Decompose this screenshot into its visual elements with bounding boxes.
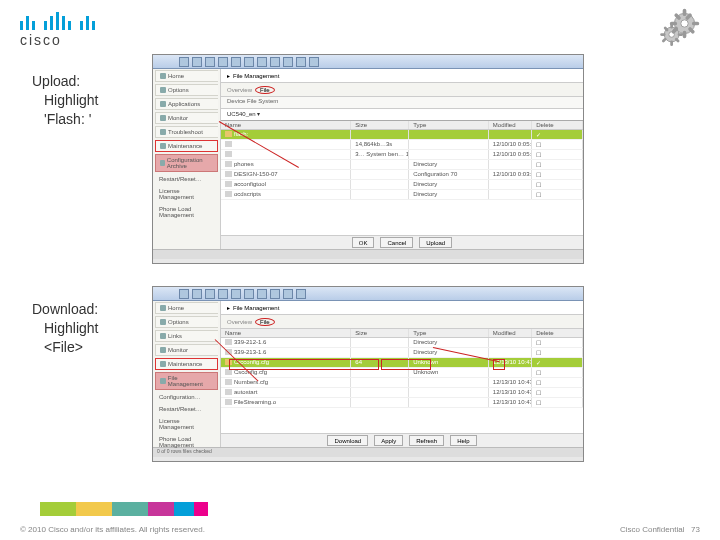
sidebar-item[interactable]: Configuration Archive	[155, 154, 218, 172]
upload-screenshot: HomeOptionsApplicationsMonitorTroublesho…	[152, 54, 584, 264]
sidebar-item[interactable]: Troubleshoot	[155, 126, 218, 138]
download-instruction: Download: Highlight <File>	[32, 300, 98, 357]
confidential: Cisco Confidential	[620, 525, 684, 534]
sidebar-item[interactable]: Phone Load Management	[155, 204, 218, 220]
sidebar-item[interactable]: Monitor	[155, 344, 218, 356]
sidebar-item[interactable]: Restart/Reset…	[155, 404, 218, 414]
table-row[interactable]: FileStreaming.o12/13/10 10:47:44☐	[221, 398, 583, 408]
table-row[interactable]: phonesDirectory☐	[221, 160, 583, 170]
sidebar-item[interactable]: Home	[155, 70, 218, 82]
refresh-button[interactable]: Refresh	[409, 435, 444, 446]
color-bar	[0, 502, 208, 516]
breadcrumb: ▸File Management	[221, 301, 583, 315]
page-number: 73	[691, 525, 700, 534]
sidebar-item[interactable]: Configuration…	[155, 392, 218, 402]
table-row[interactable]: flash:✓	[221, 130, 583, 140]
sidebar-item[interactable]: Options	[155, 316, 218, 328]
gear-icon	[656, 6, 702, 56]
table-row[interactable]: ocdscriptsDirectory☐	[221, 190, 583, 200]
table-row[interactable]: autostart12/13/10 10:47:44☐	[221, 388, 583, 398]
breadcrumb: ▸File Management	[221, 69, 583, 83]
upload-instruction: Upload: Highlight 'Flash: '	[32, 72, 98, 129]
sidebar-item[interactable]: File Management	[155, 372, 218, 390]
file-tab-highlight[interactable]: File	[255, 318, 275, 326]
table-row[interactable]: 339-213-1.6Directory☐	[221, 348, 583, 358]
titlebar	[153, 287, 583, 301]
apply-button[interactable]: Apply	[374, 435, 403, 446]
table-header: NameSizeTypeModifiedDelete	[221, 329, 583, 338]
sidebar-item[interactable]: License Management	[155, 186, 218, 202]
footer: © 2010 Cisco and/or its affiliates. All …	[20, 525, 700, 534]
logo-text: cisco	[20, 32, 95, 48]
table-row[interactable]: 339-212-1.6Directory☐	[221, 338, 583, 348]
table-header: NameSizeTypeModifiedDelete	[221, 121, 583, 130]
sidebar-item[interactable]: Home	[155, 302, 218, 314]
sidebar-item[interactable]: License Management	[155, 416, 218, 432]
tab-row: Overview File	[221, 83, 583, 97]
help-button[interactable]: Help	[450, 435, 476, 446]
cisco-logo: cisco	[20, 12, 95, 48]
table-row[interactable]: DESIGN-150-07Configuration 7012/10/10 0:…	[221, 170, 583, 180]
sidebar: HomeOptionsLinksMonitorMaintenanceFile M…	[153, 301, 221, 447]
sidebar-item[interactable]: Options	[155, 84, 218, 96]
cancel-button[interactable]: Cancel	[380, 237, 413, 248]
file-tab-highlight[interactable]: File	[255, 86, 275, 94]
device-label: Device File System	[221, 97, 583, 109]
sidebar-item[interactable]: Applications	[155, 98, 218, 110]
button-row: OK Cancel Upload	[221, 235, 583, 249]
table-row[interactable]: 14,864kb…3s12/10/10 0:05:44 CM☐	[221, 140, 583, 150]
titlebar	[153, 55, 583, 69]
sidebar-item[interactable]: Maintenance	[155, 140, 218, 152]
download-screenshot: HomeOptionsLinksMonitorMaintenanceFile M…	[152, 286, 584, 462]
sidebar: HomeOptionsApplicationsMonitorTroublesho…	[153, 69, 221, 249]
copyright: © 2010 Cisco and/or its affiliates. All …	[20, 525, 205, 534]
sidebar-item[interactable]: Links	[155, 330, 218, 342]
download-button[interactable]: Download	[327, 435, 368, 446]
svg-point-1	[681, 20, 688, 27]
sidebar-item[interactable]: Monitor	[155, 112, 218, 124]
table-row[interactable]: Numbers.cfg12/13/10 10:47:44☐	[221, 378, 583, 388]
sidebar-item[interactable]: Maintenance	[155, 358, 218, 370]
table-row[interactable]: acconfigtoolDirectory☐	[221, 180, 583, 190]
sidebar-item[interactable]: Restart/Reset…	[155, 174, 218, 184]
upload-button[interactable]: Upload	[419, 237, 452, 248]
ok-button[interactable]: OK	[352, 237, 375, 248]
